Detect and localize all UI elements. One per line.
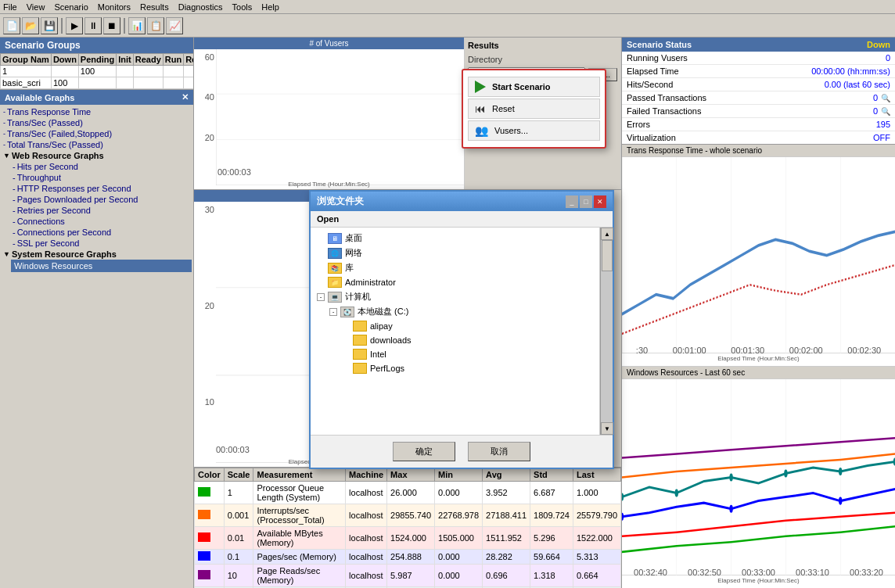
bottom-table-area: Color Scale Measurement Machine Max Min … <box>194 467 621 588</box>
windows-resources-graph: Windows Resources - Last 60 sec <box>622 367 895 588</box>
dialog-maximize-btn[interactable]: □ <box>580 195 592 208</box>
file-browser-dialog: 浏览文件夹 _ □ ✕ Open 🖥 桌面 <box>309 190 614 469</box>
table-row <box>184 77 193 89</box>
graph-item-http[interactable]: -HTTP Responses per Second <box>11 183 192 194</box>
dialog-tree-item-perflogs[interactable]: PerfLogs <box>339 361 596 375</box>
menu-view[interactable]: View <box>27 2 45 12</box>
graph-item-retries[interactable]: -Retries per Second <box>11 205 192 216</box>
toolbar-run-btn[interactable]: ▶ <box>66 17 83 34</box>
table-row[interactable]: 1 Processor Queue Length (System) localh… <box>195 482 621 504</box>
table-row[interactable]: basic_scri <box>1 77 52 89</box>
th-avg: Avg <box>483 468 530 482</box>
graph-group-web[interactable]: ▼ Web Resource Graphs <box>2 150 192 161</box>
graph-item-trans-response[interactable]: - Trans Response Time <box>2 106 192 117</box>
rs-errors-label: Errors <box>627 120 650 129</box>
th-machine: Machine <box>346 468 387 482</box>
table-row: 100 <box>78 66 116 77</box>
rs-virt-value: OFF <box>873 133 890 142</box>
menu-scenario[interactable]: Scenario <box>54 2 88 12</box>
dialog-tree-item-network[interactable]: 🌐 网络 <box>314 246 596 260</box>
rs-failed-trans-search-icon[interactable]: 🔍 <box>881 107 890 116</box>
rs-errors-value[interactable]: 195 <box>876 120 890 129</box>
toolbar-new-btn[interactable]: 📄 <box>3 17 20 34</box>
rs-passed-trans-search-icon[interactable]: 🔍 <box>881 94 890 102</box>
results-label: Results <box>468 41 617 50</box>
menu-diagnostics[interactable]: Diagnostics <box>178 2 223 12</box>
tree-expand-icon[interactable]: - <box>317 293 325 301</box>
available-graphs-close-icon[interactable]: ✕ <box>182 92 189 102</box>
col-groupname: Group Nam <box>1 54 52 66</box>
col-rendez: Rendez <box>184 54 193 66</box>
toolbar-results1-btn[interactable]: 📋 <box>147 17 164 34</box>
dialog-tree-item-downloads[interactable]: downloads <box>339 333 596 347</box>
menu-help[interactable]: Help <box>261 2 279 12</box>
svg-point-26 <box>839 497 842 505</box>
graph-item-trans-passed[interactable]: - Trans/Sec (Passed) <box>2 117 192 128</box>
dialog-tree-item-desktop[interactable]: 🖥 桌面 <box>314 231 596 246</box>
dialog-tree-label: PerfLogs <box>370 364 404 373</box>
table-row <box>117 77 134 89</box>
graph-group-system[interactable]: ▼ System Resource Graphs <box>2 249 192 260</box>
graph-item-trans-failed[interactable]: - Trans/Sec (Failed,Stopped) <box>2 128 192 139</box>
table-row[interactable]: 1 <box>1 66 52 77</box>
dialog-tree-label: downloads <box>370 335 412 345</box>
scenario-groups-panel: Scenario Groups Group Nam Down Pending I… <box>0 38 193 90</box>
toolbar-results2-btn[interactable]: 📈 <box>166 17 183 34</box>
toolbar-open-btn[interactable]: 📂 <box>22 17 39 34</box>
dialog-cancel-button[interactable]: 取消 <box>468 442 530 461</box>
dialog-tree-label: Intel <box>370 350 386 359</box>
rs-running-vusers-label: Running Vusers <box>627 53 688 63</box>
rs-running-vusers-value[interactable]: 0 <box>886 53 890 63</box>
tree-expand-drive-icon[interactable]: - <box>329 308 337 316</box>
menubar: File View Scenario Monitors Results Diag… <box>0 0 895 14</box>
toolbar-save-btn[interactable]: 💾 <box>41 17 58 34</box>
dialog-tree-item-alipay[interactable]: alipay <box>339 319 596 333</box>
graph-item-connections[interactable]: -Connections <box>11 216 192 227</box>
dialog-tree-label: 库 <box>345 262 354 274</box>
available-graphs-panel: Available Graphs ✕ - Trans Response Time… <box>0 90 193 588</box>
dialog-tree-item-library[interactable]: 📚 库 <box>314 260 596 275</box>
col-down: Down <box>51 54 78 66</box>
dialog-minimize-btn[interactable]: _ <box>566 195 578 208</box>
dialog-tree-item-computer[interactable]: - 💻 计算机 <box>314 289 596 304</box>
svg-point-19 <box>675 489 678 497</box>
rs-passed-trans-label: Passed Transactions <box>627 93 706 102</box>
vusers-button[interactable]: 👥 Vusers... <box>468 120 600 141</box>
rs-virt-label: Virtualization <box>627 133 676 142</box>
table-row[interactable]: 0.001 Interrupts/sec (Processor_Total) l… <box>195 504 621 527</box>
graph-item-conn-per-sec[interactable]: -Connections per Second <box>11 227 192 238</box>
table-row[interactable]: 10 Page Reads/sec (Memory) localhost 5.9… <box>195 565 621 587</box>
dialog-tree-item-intel[interactable]: Intel <box>339 347 596 361</box>
scrollbar-down-btn[interactable]: ▼ <box>601 422 613 435</box>
dialog-tree-item-admin[interactable]: 📁 Administrator <box>314 275 596 289</box>
dialog-tree-item-c-drive[interactable]: - 💽 本地磁盘 (C:) <box>326 304 596 319</box>
th-measurement: Measurement <box>253 468 346 482</box>
directory-label: Directory <box>468 55 617 64</box>
toolbar-pause-btn[interactable]: ⏸ <box>84 17 102 34</box>
table-row[interactable]: 0.1 Pages/sec (Memory) localhost 254.888… <box>195 550 621 565</box>
scenario-groups-header: Scenario Groups <box>0 38 193 53</box>
graph-item-total-trans[interactable]: - Total Trans/Sec (Passed) <box>2 139 192 150</box>
graph-item-pages[interactable]: -Pages Downloaded per Second <box>11 194 192 205</box>
rs-passed-trans-value[interactable]: 0 <box>873 93 878 102</box>
menu-file[interactable]: File <box>3 2 17 12</box>
menu-monitors[interactable]: Monitors <box>98 2 131 12</box>
rewind-icon: ⏮ <box>475 102 486 115</box>
graph-item-throughput[interactable]: -Throughput <box>11 172 192 183</box>
scrollbar-up-btn[interactable]: ▲ <box>601 228 613 240</box>
dialog-ok-button[interactable]: 确定 <box>393 442 455 461</box>
menu-results[interactable]: Results <box>140 2 169 12</box>
menu-tools[interactable]: Tools <box>232 2 253 12</box>
rs-failed-trans-value[interactable]: 0 <box>873 106 878 116</box>
svg-point-20 <box>729 473 732 481</box>
graph-item-hits[interactable]: -Hits per Second <box>11 161 192 172</box>
graph-item-ssl[interactable]: -SSL per Second <box>11 238 192 249</box>
table-row[interactable]: 0.01 Available MBytes (Memory) localhost… <box>195 527 621 550</box>
toolbar-chart-btn[interactable]: 📊 <box>128 17 146 34</box>
reset-button[interactable]: ⏮ Reset <box>468 99 600 119</box>
start-scenario-button[interactable]: Start Scenario <box>468 77 600 97</box>
toolbar-stop-btn[interactable]: ⏹ <box>103 17 120 34</box>
graph-item-windows-resources[interactable]: Windows Resources <box>11 260 192 272</box>
dialog-close-btn[interactable]: ✕ <box>594 195 606 208</box>
trans-graph-title: Trans Response Time - whole scenario <box>622 145 895 157</box>
